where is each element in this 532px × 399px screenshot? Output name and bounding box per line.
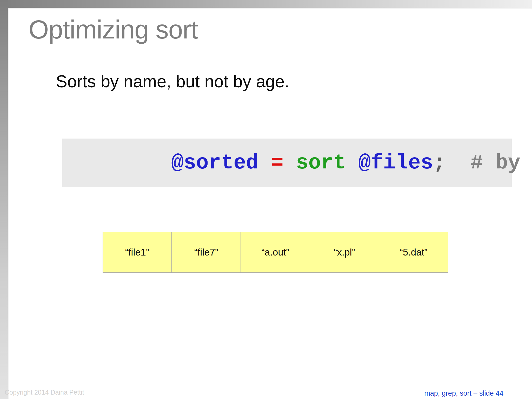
table-cell: “5.dat” xyxy=(379,232,448,272)
code-token-sort-keyword: sort xyxy=(296,151,346,175)
code-token-comment: # by name xyxy=(445,151,532,175)
table-cell: “x.pl” xyxy=(310,232,379,272)
code-token-sorted-var: @sorted xyxy=(171,151,258,175)
table-cell: “file1” xyxy=(103,232,172,272)
copyright-text: Copyright 2014 Daina Pettit xyxy=(5,389,84,396)
slide-frame-top xyxy=(0,0,532,8)
code-line: @sorted = sort @files; # by name xyxy=(71,127,532,198)
code-token-space xyxy=(346,151,358,175)
code-token-equals: = xyxy=(271,151,283,175)
code-token-semicolon: ; xyxy=(433,151,445,175)
slide-subtitle: Sorts by name, but not by age. xyxy=(56,71,289,91)
slide-footer-note: map, grep, sort – slide 44 xyxy=(424,389,503,397)
table-cell: “a.out” xyxy=(241,232,310,272)
files-table: “file1” “file7” “a.out” “x.pl” “5.dat” xyxy=(103,232,448,273)
code-block: @sorted = sort @files; # by name xyxy=(62,139,512,187)
slide-frame-left xyxy=(0,0,8,399)
table-cell: “file7” xyxy=(172,232,241,272)
slide-content-area: Optimizing sort Sorts by name, but not b… xyxy=(8,8,532,399)
slide: Optimizing sort Sorts by name, but not b… xyxy=(0,0,532,399)
slide-title: Optimizing sort xyxy=(29,15,198,44)
code-token-space xyxy=(283,151,296,175)
code-token-files-var: @files xyxy=(358,151,433,175)
code-token-space xyxy=(258,151,271,175)
